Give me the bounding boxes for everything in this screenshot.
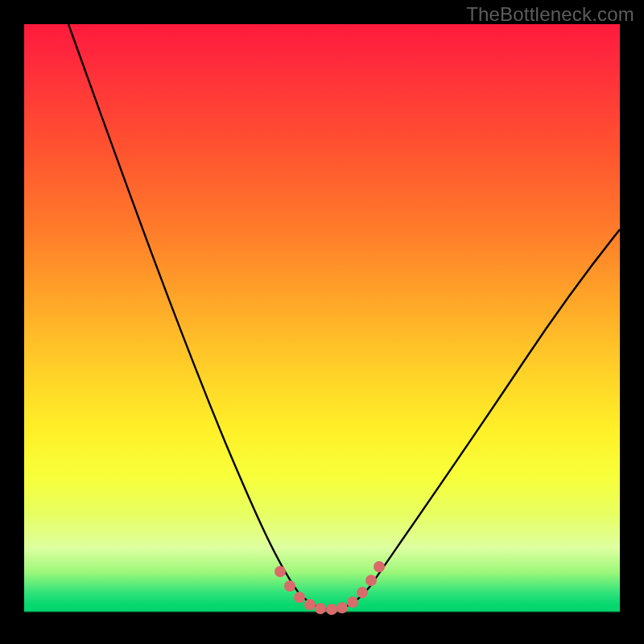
svg-point-3 <box>304 599 316 610</box>
svg-point-10 <box>374 561 385 572</box>
bottleneck-curve-svg <box>24 24 620 620</box>
svg-point-8 <box>357 587 368 598</box>
svg-point-1 <box>284 580 295 592</box>
svg-point-6 <box>336 602 348 613</box>
svg-point-2 <box>294 592 305 603</box>
svg-point-0 <box>275 566 286 577</box>
watermark-text: TheBottleneck.com <box>466 3 634 26</box>
svg-point-4 <box>315 603 326 614</box>
svg-point-5 <box>326 604 337 615</box>
svg-point-7 <box>347 597 358 608</box>
chart-frame: TheBottleneck.com <box>0 0 644 644</box>
plot-area <box>24 24 620 620</box>
bottleneck-curve <box>68 24 620 609</box>
svg-point-9 <box>365 575 377 586</box>
